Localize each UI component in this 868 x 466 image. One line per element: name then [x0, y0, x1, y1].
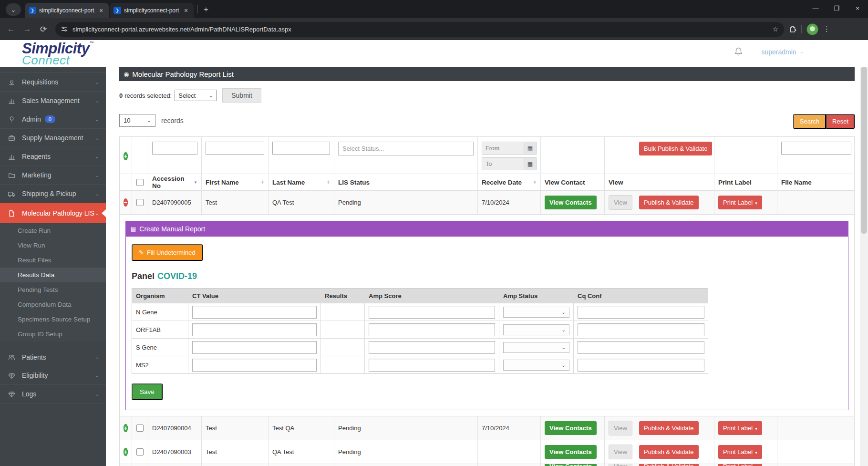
- ct-value-input[interactable]: [192, 359, 317, 372]
- sidebar-item-supply-management[interactable]: Supply Management ⌄: [0, 129, 106, 147]
- minimize-button[interactable]: —: [805, 0, 826, 16]
- tab-search-button[interactable]: ⌄: [6, 3, 21, 16]
- profile-avatar[interactable]: [806, 23, 818, 35]
- amp-status-select[interactable]: ⌄: [503, 360, 569, 371]
- print-label-button[interactable]: Print Label▾: [718, 445, 762, 459]
- sidebar-item-reagents[interactable]: Reagents ⌄: [0, 147, 106, 166]
- publish-validate-button[interactable]: Publish & Validate: [639, 464, 699, 466]
- expand-row-icon[interactable]: +: [124, 424, 128, 432]
- calendar-icon[interactable]: ▦: [524, 157, 537, 170]
- expand-row-icon[interactable]: +: [124, 448, 128, 456]
- sidebar-item-admin[interactable]: Admin 0 ⌄: [0, 110, 106, 129]
- ct-value-input[interactable]: [192, 341, 317, 354]
- vertical-scrollbar-thumb[interactable]: [861, 67, 867, 234]
- view-contacts-button[interactable]: View Contacts: [545, 421, 597, 435]
- column-header-lis-status[interactable]: LIS Status: [334, 174, 478, 190]
- browser-tab-2[interactable]: ❯ simplicityconnect-portal.azurew ×: [110, 3, 194, 18]
- address-bar[interactable]: simplicityconnect-portal.azurewebsites.n…: [55, 22, 784, 37]
- reset-button[interactable]: Reset: [826, 114, 855, 129]
- expand-filter-icon[interactable]: +: [124, 152, 128, 160]
- ct-value-input[interactable]: [192, 323, 317, 336]
- print-label-button[interactable]: Print Label▾: [718, 421, 762, 435]
- status-filter-input[interactable]: [338, 142, 474, 155]
- print-label-button[interactable]: Print Label▾: [718, 196, 762, 209]
- submit-button[interactable]: Submit: [222, 88, 261, 103]
- submenu-item-result-files[interactable]: Result Files: [0, 253, 106, 268]
- sidebar-item-sales-management[interactable]: Sales Management ⌄: [0, 92, 106, 110]
- submenu-item-specimens-source-setup[interactable]: Specimens Source Setup: [0, 312, 106, 327]
- view-contacts-button[interactable]: View Contacts: [545, 445, 597, 459]
- sidebar-item-requisitions[interactable]: Requisitions ⌄: [0, 73, 106, 92]
- close-button[interactable]: ×: [847, 0, 868, 16]
- sidebar-item-patients[interactable]: Patients ⌄: [0, 348, 106, 366]
- print-label-button[interactable]: Print Label▾: [718, 464, 762, 466]
- publish-validate-button[interactable]: Publish & Validate: [639, 445, 699, 459]
- view-contacts-button[interactable]: View Contacts: [545, 464, 597, 466]
- column-header-last-name[interactable]: Last Name▲▼: [269, 174, 334, 190]
- row-checkbox[interactable]: [136, 199, 144, 206]
- sidebar-item-shipping-pickup[interactable]: Shipping & Pickup ⌄: [0, 185, 106, 203]
- tab-close-icon[interactable]: ×: [182, 7, 190, 14]
- view-button[interactable]: View: [609, 445, 632, 459]
- sidebar-item-molecular-pathology-lis[interactable]: Molecular Pathology LIS ⌄: [0, 203, 106, 223]
- ct-value-input[interactable]: [192, 306, 317, 319]
- cq-conf-input[interactable]: [578, 341, 704, 354]
- select-all-checkbox[interactable]: [136, 179, 144, 186]
- extensions-icon[interactable]: [789, 25, 796, 33]
- submenu-item-results-data[interactable]: Results Data: [0, 268, 106, 282]
- amp-status-select[interactable]: ⌄: [503, 307, 569, 318]
- sidebar-item-eligibility[interactable]: Eligibility ⌄: [0, 366, 106, 385]
- last-name-filter-input[interactable]: [272, 142, 330, 155]
- collapse-row-icon[interactable]: −: [124, 198, 128, 207]
- column-header-accession[interactable]: Accession No▼: [148, 174, 202, 190]
- back-button[interactable]: ←: [3, 24, 19, 34]
- calendar-icon[interactable]: ▦: [524, 142, 537, 155]
- notifications-bell-icon[interactable]: [734, 47, 743, 57]
- browser-menu-icon[interactable]: ⋮: [823, 25, 830, 33]
- accession-filter-input[interactable]: [152, 142, 197, 155]
- view-contacts-button[interactable]: View Contacts: [545, 196, 597, 209]
- view-button[interactable]: View: [609, 195, 632, 210]
- view-button[interactable]: View: [609, 421, 632, 435]
- cq-conf-input[interactable]: [578, 323, 704, 336]
- date-from-input[interactable]: [482, 142, 524, 155]
- search-button[interactable]: Search: [793, 114, 826, 129]
- amp-status-select[interactable]: ⌄: [503, 342, 569, 353]
- records-per-page-select[interactable]: 10 ⌄: [119, 114, 155, 127]
- restore-button[interactable]: ❐: [826, 0, 847, 16]
- bulk-action-select[interactable]: Select ⌄: [175, 90, 217, 101]
- tab-close-icon[interactable]: ×: [97, 7, 105, 14]
- cq-conf-input[interactable]: [578, 306, 704, 319]
- reload-button[interactable]: ⟳: [35, 24, 52, 34]
- forward-button[interactable]: →: [19, 24, 35, 34]
- row-checkbox[interactable]: [136, 448, 144, 456]
- user-menu[interactable]: superadmin ⌄: [761, 48, 804, 56]
- publish-validate-button[interactable]: Publish & Validate: [639, 196, 699, 209]
- browser-tab-1[interactable]: ❯ simplicityconnect-portal.azurew ×: [25, 3, 109, 18]
- submenu-item-pending-tests[interactable]: Pending Tests: [0, 282, 106, 297]
- column-header-first-name[interactable]: First Name▲▼: [202, 174, 269, 190]
- submenu-item-create-run[interactable]: Create Run: [0, 223, 106, 238]
- site-settings-icon[interactable]: [61, 26, 68, 32]
- date-to-input[interactable]: [482, 157, 524, 170]
- new-tab-button[interactable]: +: [204, 5, 208, 14]
- cq-conf-input[interactable]: [578, 359, 704, 372]
- sidebar-item-logs[interactable]: Logs ⌄: [0, 385, 106, 404]
- amp-score-input[interactable]: [369, 341, 495, 354]
- bulk-publish-validate-button[interactable]: Bulk Publish & Validate: [639, 142, 712, 155]
- column-header-receive-date[interactable]: Receive Date▲▼: [478, 174, 541, 190]
- save-button[interactable]: Save: [132, 383, 163, 400]
- amp-score-input[interactable]: [369, 323, 495, 336]
- view-button[interactable]: View: [609, 464, 632, 466]
- amp-status-select[interactable]: ⌄: [503, 324, 569, 335]
- row-checkbox[interactable]: [136, 425, 144, 432]
- vertical-scrollbar[interactable]: [860, 67, 868, 466]
- file-name-filter-input[interactable]: [781, 142, 851, 155]
- amp-score-input[interactable]: [369, 306, 495, 319]
- fill-undetermined-button[interactable]: ✎ Fill Undetermined: [132, 244, 203, 261]
- amp-score-input[interactable]: [369, 359, 495, 372]
- publish-validate-button[interactable]: Publish & Validate: [639, 421, 699, 435]
- submenu-item-group-id-setup[interactable]: Group ID Setup: [0, 327, 106, 342]
- first-name-filter-input[interactable]: [206, 142, 264, 155]
- bookmark-star-icon[interactable]: ☆: [772, 25, 778, 33]
